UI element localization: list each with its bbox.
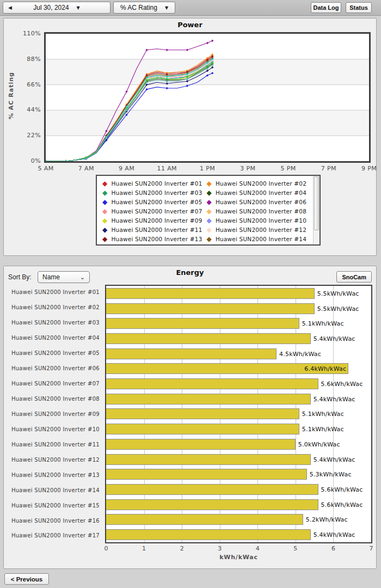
power-x-tick: 9 PM (353, 165, 381, 172)
power-y-tick: 88% (16, 56, 41, 63)
energy-bar-row: 5.2kWh/kWac (106, 512, 371, 528)
energy-x-tick: 2 (180, 545, 184, 552)
chevron-down-icon: ▼ (165, 5, 168, 10)
energy-bar-value: 5.4kWh/kWac (314, 531, 355, 538)
power-marker (65, 160, 67, 161)
energy-bar-value: 5.3kWh/kWac (310, 471, 352, 478)
energy-bar (106, 484, 318, 495)
power-x-tick: 3 PM (231, 165, 264, 172)
legend-item: ◆Huawei SUN2000 Inverter #09 (102, 216, 207, 225)
energy-row-label: Huawei SUN2000 Inverter #12 (4, 452, 102, 467)
energy-bar (106, 394, 311, 405)
power-marker (186, 85, 188, 87)
power-marker (206, 42, 208, 44)
energy-bar-value: 6.4kWh/kWac (304, 365, 346, 372)
energy-bar-value: 5.1kWh/kWac (302, 426, 344, 433)
energy-x-tick: 5 (293, 545, 297, 552)
legend-marker-icon: ◆ (102, 199, 107, 205)
legend-label: Huawei SUN2000 Inverter #10 (216, 217, 306, 224)
legend-item: ◆Huawei SUN2000 Inverter #02 (207, 179, 311, 188)
legend-label: Huawei SUN2000 Inverter #03 (111, 189, 202, 196)
power-x-tick: 5 PM (272, 165, 305, 172)
metric-dropdown[interactable]: % AC Rating ▼ (113, 2, 175, 14)
energy-bar (106, 529, 311, 540)
legend-label: Huawei SUN2000 Inverter #14 (216, 236, 306, 242)
energy-bar (106, 303, 315, 314)
energy-bar-value: 5.4kWh/kWac (314, 395, 355, 402)
energy-bar (106, 288, 315, 299)
power-line-chart (46, 34, 369, 161)
energy-row-label: Huawei SUN2000 Inverter #13 (4, 467, 102, 482)
energy-bar-value: 4.5kWh/kWac (279, 350, 321, 357)
energy-row-label: Huawei SUN2000 Inverter #03 (4, 315, 102, 330)
legend-marker-icon: ◆ (102, 217, 107, 224)
legend-scrollbar[interactable] (313, 176, 319, 244)
energy-bar-row: 5.4kWh/kWac (106, 331, 371, 346)
power-marker (211, 40, 213, 42)
energy-bar-row: 5.1kWh/kWac (106, 316, 371, 331)
energy-x-tick: 0 (105, 545, 108, 552)
energy-bar (106, 318, 299, 329)
energy-row-label: Huawei SUN2000 Inverter #07 (4, 376, 102, 391)
energy-bar-value: 5.1kWh/kWac (302, 411, 344, 418)
energy-bar-row: 5.1kWh/kWac (106, 407, 371, 422)
energy-bar-value: 5.6kWh/kWac (321, 381, 363, 388)
previous-button[interactable]: < Previous (4, 573, 49, 585)
energy-x-tick: 7 (370, 545, 373, 552)
power-legend: ◆Huawei SUN2000 Inverter #01◆Huawei SUN2… (96, 175, 321, 246)
legend-marker-icon: ◆ (207, 226, 212, 233)
power-marker (125, 90, 127, 93)
energy-row-label: Huawei SUN2000 Inverter #10 (4, 421, 102, 437)
energy-row-label: Huawei SUN2000 Inverter #17 (4, 528, 102, 543)
date-value: Jul 30, 2024 (33, 4, 69, 11)
legend-scrollbar-thumb[interactable] (314, 176, 319, 230)
legend-item: ◆Huawei SUN2000 Inverter #07 (102, 206, 207, 216)
status-button[interactable]: Status (346, 2, 372, 13)
date-nav-dropdown[interactable]: ◀ Jul 30, 2024 ▼ (3, 2, 110, 14)
power-marker (145, 49, 148, 51)
legend-marker-icon: ◆ (207, 208, 212, 215)
energy-x-tick: 6 (331, 545, 335, 552)
energy-bar (106, 469, 307, 480)
energy-bar-value: 5.0kWh/kWac (298, 440, 340, 448)
metric-value: % AC Rating (120, 4, 157, 11)
power-y-axis-title: % AC Rating (8, 32, 15, 160)
energy-bar-value: 5.6kWh/kWac (321, 501, 363, 508)
data-log-button[interactable]: Data Log (311, 2, 341, 13)
energy-bar (106, 348, 276, 359)
energy-row-label: Huawei SUN2000 Inverter #11 (4, 437, 102, 452)
energy-bar (106, 424, 299, 434)
energy-row-label: Huawei SUN2000 Inverter #08 (4, 391, 102, 407)
energy-bar (106, 514, 303, 525)
legend-marker-icon: ◆ (207, 180, 212, 187)
previous-day-arrow-icon[interactable]: ◀ (8, 5, 12, 10)
legend-marker-icon: ◆ (102, 180, 107, 187)
power-y-tick: 22% (16, 132, 41, 139)
legend-marker-icon: ◆ (102, 226, 107, 233)
power-title: Power (4, 21, 376, 29)
legend-label: Huawei SUN2000 Inverter #04 (216, 189, 306, 196)
power-y-tick: 0% (16, 157, 41, 164)
energy-bar (106, 408, 299, 419)
power-x-tick: 7 AM (70, 165, 102, 172)
energy-row-label: Huawei SUN2000 Inverter #09 (4, 407, 102, 422)
energy-bar-value: 5.1kWh/kWac (302, 320, 344, 327)
legend-item: ◆Huawei SUN2000 Inverter #11 (102, 225, 207, 234)
energy-row-label: Huawei SUN2000 Inverter #05 (4, 346, 102, 361)
snocam-button[interactable]: SnoCam (336, 271, 372, 283)
legend-item: ◆Huawei SUN2000 Inverter #12 (207, 225, 311, 234)
legend-marker-icon: ◆ (207, 199, 212, 205)
energy-plot-area: 5.5kWh/kWac5.5kWh/kWac5.1kWh/kWac5.4kWh/… (105, 285, 372, 543)
energy-row-label: Huawei SUN2000 Inverter #14 (4, 482, 102, 498)
legend-item: ◆Huawei SUN2000 Inverter #13 (102, 234, 207, 243)
power-marker (166, 87, 168, 89)
energy-bar-row: 5.6kWh/kWac (106, 482, 371, 497)
legend-item: ◆Huawei SUN2000 Inverter #10 (207, 216, 311, 225)
energy-row-label: Huawei SUN2000 Inverter #06 (4, 361, 102, 376)
legend-item: ◆Huawei SUN2000 Inverter #03 (102, 188, 207, 197)
energy-row-label: Huawei SUN2000 Inverter #02 (4, 300, 102, 315)
energy-bar-value: 5.5kWh/kWac (317, 305, 359, 312)
energy-bar-row: 5.1kWh/kWac (106, 421, 371, 437)
toolbar: ◀ Jul 30, 2024 ▼ % AC Rating ▼ Data Log … (0, 0, 381, 16)
energy-bar-row: 5.0kWh/kWac (106, 437, 371, 452)
